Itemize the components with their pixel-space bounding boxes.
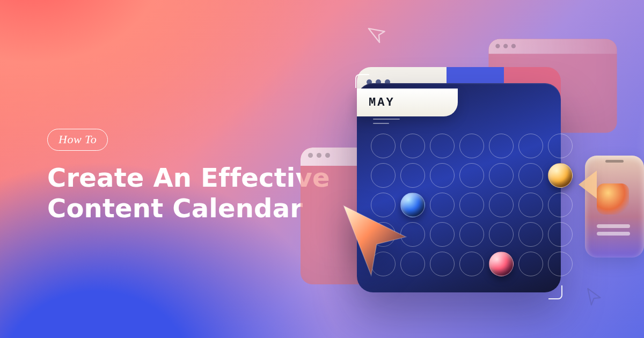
calendar-month-tab: MAY <box>357 89 458 116</box>
calendar-day <box>430 193 455 217</box>
calendar-day <box>430 222 455 247</box>
cursor-outline-icon <box>581 285 605 308</box>
callout-arrow-icon <box>579 171 597 199</box>
calendar-day-marked <box>489 252 514 276</box>
calendar-day <box>518 193 543 217</box>
calendar-day <box>518 134 543 158</box>
calendar-day <box>459 222 484 247</box>
window-controls-icon <box>495 44 516 48</box>
calendar-day <box>430 134 455 158</box>
category-badge: How To <box>47 129 108 151</box>
cursor-pointer-icon <box>327 193 419 284</box>
hero-title: Create An Effective Content Calendar <box>47 163 330 223</box>
calendar-day <box>548 134 573 158</box>
crop-corner-icon <box>548 285 562 299</box>
phone-content-blob <box>597 183 629 215</box>
title-line-1: Create An Effective <box>47 163 330 193</box>
crop-corner-icon <box>355 74 369 88</box>
calendar-day <box>489 193 514 217</box>
calendar-day <box>400 163 425 188</box>
calendar-day <box>459 163 484 188</box>
phone-text-line <box>597 224 630 228</box>
phone-text-line <box>597 232 630 236</box>
calendar-day <box>430 252 455 276</box>
calendar-day <box>548 252 573 276</box>
title-line-2: Content Calendar <box>47 193 303 223</box>
hero-copy: How To Create An Effective Content Calen… <box>47 129 330 223</box>
calendar-day <box>489 222 514 247</box>
calendar-day <box>489 134 514 158</box>
calendar-day <box>518 222 543 247</box>
calendar-header-line <box>373 119 400 120</box>
calendar-day <box>430 163 455 188</box>
calendar-day <box>400 134 425 158</box>
hero-illustration: MAY <box>306 16 639 327</box>
calendar-header-line <box>373 123 389 124</box>
calendar-day-marked <box>548 163 573 188</box>
phone-notch-icon <box>605 160 624 163</box>
cursor-outline-icon <box>363 20 391 48</box>
calendar-day <box>459 193 484 217</box>
calendar-day <box>518 163 543 188</box>
calendar-day <box>518 252 543 276</box>
window-controls-icon <box>308 153 330 158</box>
calendar-day <box>459 252 484 276</box>
calendar-day <box>548 222 573 247</box>
calendar-day <box>459 134 484 158</box>
calendar-day <box>371 134 396 158</box>
calendar-day <box>489 163 514 188</box>
calendar-day <box>371 163 396 188</box>
calendar-day <box>548 193 573 217</box>
